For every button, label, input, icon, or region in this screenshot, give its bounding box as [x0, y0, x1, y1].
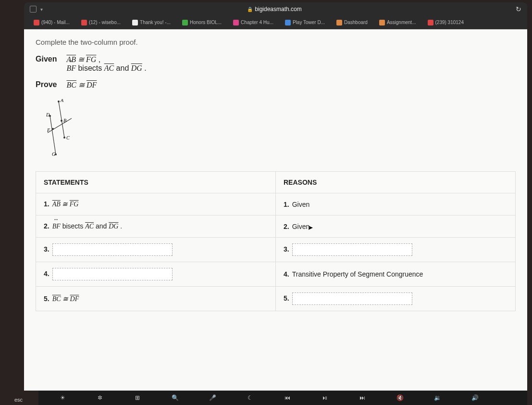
favicon-icon: [379, 20, 385, 25]
rewind-icon: ⏮: [278, 394, 297, 401]
proof-table: STATEMENTS REASONS 1.AB ≅ FG 1.Given 2.B…: [36, 171, 516, 311]
diagram-label-b: B: [63, 118, 66, 123]
brightness-up-icon: ✲: [90, 394, 110, 401]
segment-df: DF: [87, 81, 97, 89]
vol-up-icon: 🔊: [465, 394, 484, 401]
favicon-icon: [132, 20, 138, 25]
reason-text: Given: [292, 223, 310, 230]
diagram-label-f: F: [47, 127, 50, 133]
dnd-icon: ☾: [240, 394, 260, 401]
table-row: 5.BC ≅ DF 5.: [36, 287, 516, 311]
diagram-label-d: D: [46, 112, 50, 117]
diagram-label-g: G: [52, 152, 55, 157]
window-icon[interactable]: [30, 6, 37, 13]
brightness-down-icon: ☀: [53, 394, 72, 401]
geometry-diagram: A B C D F G: [45, 99, 79, 157]
bookmark-item[interactable]: Honors BIOL...: [182, 20, 222, 25]
bookmark-item[interactable]: (12) - wisebo...: [81, 20, 121, 25]
chevron-down-icon[interactable]: ▾: [40, 7, 43, 12]
bookmark-item[interactable]: Play Tower D...: [285, 20, 325, 25]
segment-dg: DG: [131, 64, 142, 72]
mission-control-icon: ⊞: [128, 394, 147, 401]
favicon-icon: [336, 20, 342, 25]
statements-header: STATEMENTS: [36, 172, 276, 193]
reason-input-5[interactable]: [292, 292, 412, 305]
browser-address-bar: ▾ 🔒 bigideasmath.com ↻: [24, 2, 527, 16]
favicon-icon: [34, 20, 39, 25]
mute-icon: 🔇: [390, 394, 409, 401]
reload-icon[interactable]: ↻: [516, 5, 521, 13]
favicon-icon: [233, 20, 239, 25]
forward-icon: ⏭: [353, 394, 372, 401]
favicon-icon: [428, 20, 433, 25]
svg-point-4: [61, 120, 62, 122]
statement-input-4[interactable]: [52, 268, 173, 280]
given-label: Given: [36, 55, 64, 63]
bookmark-item[interactable]: (940) - Mail...: [34, 20, 70, 25]
statement-input-3[interactable]: [52, 243, 173, 256]
mic-icon: 🎤: [203, 394, 222, 401]
diagram-label-c: C: [66, 135, 70, 140]
bookmarks-bar: (940) - Mail... (12) - wisebo... Thank y…: [24, 16, 527, 29]
keyboard-fn-row: ☀ ✲ ⊞ 🔍 🎤 ☾ ⏮ ⏯ ⏭ 🔇 🔉 🔊: [38, 391, 527, 405]
bookmark-item[interactable]: Assignment...: [379, 20, 416, 25]
svg-point-5: [63, 137, 65, 139]
table-row: 4. 4.Transitive Property of Segment Cong…: [36, 262, 516, 287]
bookmark-item[interactable]: Thank you! -...: [132, 20, 171, 25]
table-row: 1.AB ≅ FG 1.Given: [36, 193, 516, 215]
line-bf: BF: [66, 64, 76, 73]
reason-input-3[interactable]: [292, 243, 412, 256]
svg-line-1: [50, 116, 56, 154]
reason-text: Given: [292, 201, 310, 208]
svg-point-3: [58, 101, 60, 102]
segment-ac: AC: [104, 64, 114, 72]
search-icon: 🔍: [165, 394, 185, 401]
segment-fg: FG: [86, 55, 96, 63]
instruction-text: Complete the two-column proof.: [36, 38, 516, 46]
page-content: Complete the two-column proof. Given AB …: [24, 29, 527, 391]
play-pause-icon: ⏯: [315, 394, 334, 401]
favicon-icon: [182, 20, 188, 25]
bookmark-item[interactable]: Dashboard: [336, 20, 368, 25]
esc-key: esc: [14, 397, 23, 403]
lock-icon: 🔒: [247, 7, 253, 12]
segment-bc: BC: [66, 81, 76, 89]
reason-text: Transitive Property of Segment Congruenc…: [292, 270, 423, 278]
bookmark-item[interactable]: (239) 310124: [428, 20, 464, 25]
table-row: 2.BF bisects AC and DG . 2.Given: [36, 215, 516, 238]
table-row: 3. 3.: [36, 238, 516, 262]
url-text: bigideasmath.com: [255, 6, 301, 13]
prove-block: Prove BC ≅ DF: [36, 80, 516, 89]
diagram-label-a: A: [60, 99, 64, 103]
svg-point-7: [52, 128, 54, 130]
bookmark-item[interactable]: Chapter 4 Hu...: [233, 20, 273, 25]
vol-down-icon: 🔉: [428, 394, 447, 401]
favicon-icon: [81, 20, 87, 25]
url-display[interactable]: 🔒 bigideasmath.com: [47, 6, 502, 13]
prove-label: Prove: [36, 80, 64, 89]
given-block: Given AB ≅ FG , BF bisects AC and DG .: [36, 55, 516, 73]
reasons-header: REASONS: [276, 172, 516, 193]
favicon-icon: [285, 20, 291, 25]
